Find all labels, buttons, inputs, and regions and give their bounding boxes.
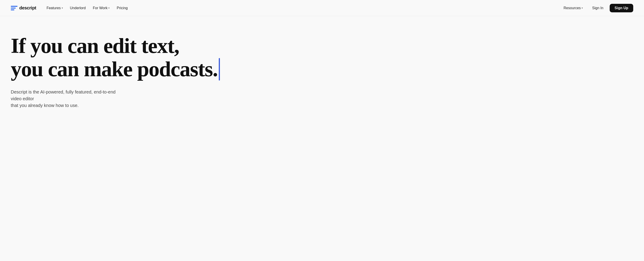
headline-text-1: If you can edit text, bbox=[11, 34, 179, 57]
nav-links: Features ▾ Underlord For Work ▾ Pricing bbox=[43, 4, 131, 12]
features-chevron-icon: ▾ bbox=[62, 7, 63, 9]
text-cursor bbox=[219, 58, 220, 80]
headline-line-2: you can make podcasts. bbox=[11, 57, 304, 81]
logo-text: descript bbox=[19, 5, 36, 10]
headline-line-1: If you can edit text, bbox=[11, 34, 304, 57]
hero-subtext: Descript is the AI-powered, fully featur… bbox=[11, 89, 118, 109]
logo-link[interactable]: descript bbox=[11, 5, 36, 11]
hero-section: If you can edit text, you can make podca… bbox=[0, 16, 314, 122]
features-label: Features bbox=[46, 6, 60, 10]
resources-chevron-icon: ▾ bbox=[582, 7, 583, 9]
hero-subtext-line1: Descript is the AI-powered, fully featur… bbox=[11, 89, 116, 101]
nav-resources[interactable]: Resources ▾ bbox=[560, 4, 586, 12]
nav-left: descript Features ▾ Underlord For Work ▾… bbox=[11, 4, 131, 12]
resources-label: Resources bbox=[564, 6, 581, 10]
headline-text-2: you can make podcasts. bbox=[11, 57, 218, 81]
logo-icon bbox=[11, 5, 18, 11]
nav-for-work[interactable]: For Work ▾ bbox=[90, 4, 113, 12]
sign-in-button[interactable]: Sign In bbox=[588, 4, 608, 12]
nav-pricing[interactable]: Pricing bbox=[114, 4, 131, 12]
sign-up-button[interactable]: Sign Up bbox=[610, 4, 633, 12]
for-work-chevron-icon: ▾ bbox=[108, 7, 110, 9]
nav-right: Resources ▾ Sign In Sign Up bbox=[560, 4, 633, 12]
nav-underlord[interactable]: Underlord bbox=[67, 4, 89, 12]
for-work-label: For Work bbox=[93, 6, 108, 10]
pricing-label: Pricing bbox=[117, 6, 128, 10]
navbar: descript Features ▾ Underlord For Work ▾… bbox=[0, 0, 644, 16]
sign-in-label: Sign In bbox=[592, 6, 604, 10]
hero-subtext-line2: that you already know how to use. bbox=[11, 103, 78, 108]
sign-up-label: Sign Up bbox=[614, 6, 628, 10]
hero-headline: If you can edit text, you can make podca… bbox=[11, 34, 304, 80]
nav-features[interactable]: Features ▾ bbox=[43, 4, 66, 12]
underlord-label: Underlord bbox=[70, 6, 86, 10]
